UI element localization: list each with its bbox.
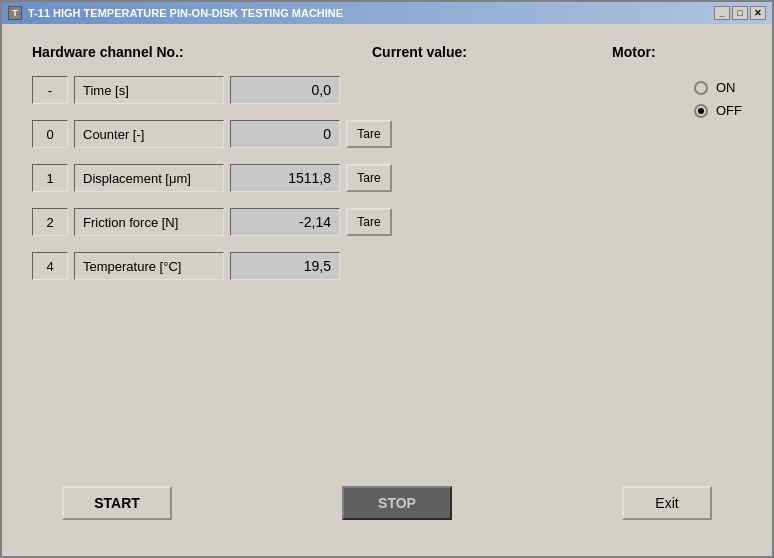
channel-label-temperature: Temperature [°C] xyxy=(74,252,224,280)
motor-header: Motor: xyxy=(612,44,656,60)
channel-value-time: 0,0 xyxy=(230,76,340,104)
channels-column: - Time [s] 0,0 0 Counter [-] xyxy=(32,76,634,296)
motor-off-label: OFF xyxy=(716,103,742,118)
motor-on-label: ON xyxy=(716,80,736,95)
tare-button-displacement[interactable]: Tare xyxy=(346,164,392,192)
channel-number-time: - xyxy=(32,76,68,104)
content-area: Hardware channel No.: Current value: Mot… xyxy=(2,24,772,556)
motor-off-radio[interactable] xyxy=(694,104,708,118)
channel-value-temperature: 19,5 xyxy=(230,252,340,280)
motor-off-row[interactable]: OFF xyxy=(694,103,742,118)
title-bar: T T-11 HIGH TEMPERATURE PIN-ON-DISK TEST… xyxy=(2,2,772,24)
window-title: T-11 HIGH TEMPERATURE PIN-ON-DISK TESTIN… xyxy=(28,7,343,19)
channel-row-displacement: 1 Displacement [μm] 1511,8 Tare xyxy=(32,164,634,192)
close-button[interactable]: ✕ xyxy=(750,6,766,20)
main-content: - Time [s] 0,0 0 Counter [-] xyxy=(32,76,742,296)
tare-button-counter[interactable]: Tare xyxy=(346,120,392,148)
tare-button-friction[interactable]: Tare xyxy=(346,208,392,236)
maximize-button[interactable]: □ xyxy=(732,6,748,20)
motor-control: ON OFF xyxy=(694,80,742,296)
motor-on-radio[interactable] xyxy=(694,81,708,95)
channel-row-friction: 2 Friction force [N] -2,14 Tare xyxy=(32,208,634,236)
exit-button[interactable]: Exit xyxy=(622,486,712,520)
channel-label-displacement: Displacement [μm] xyxy=(74,164,224,192)
channel-number-temperature: 4 xyxy=(32,252,68,280)
channel-label-counter: Counter [-] xyxy=(74,120,224,148)
motor-on-row[interactable]: ON xyxy=(694,80,742,95)
channel-number-friction: 2 xyxy=(32,208,68,236)
channel-row-temperature: 4 Temperature [°C] 19,5 xyxy=(32,252,634,280)
channel-row-time: - Time [s] 0,0 xyxy=(32,76,634,104)
title-controls: _ □ ✕ xyxy=(714,6,766,20)
hardware-channel-header: Hardware channel No.: xyxy=(32,44,372,60)
current-value-header: Current value: xyxy=(372,44,552,60)
channel-value-displacement: 1511,8 xyxy=(230,164,340,192)
main-window: T T-11 HIGH TEMPERATURE PIN-ON-DISK TEST… xyxy=(0,0,774,558)
channel-label-friction: Friction force [N] xyxy=(74,208,224,236)
window-icon: T xyxy=(8,6,22,20)
stop-button[interactable]: STOP xyxy=(342,486,452,520)
channel-value-counter: 0 xyxy=(230,120,340,148)
channel-row-counter: 0 Counter [-] 0 Tare xyxy=(32,120,634,148)
channel-value-friction: -2,14 xyxy=(230,208,340,236)
column-headers: Hardware channel No.: Current value: Mot… xyxy=(32,44,742,60)
minimize-button[interactable]: _ xyxy=(714,6,730,20)
start-button[interactable]: START xyxy=(62,486,172,520)
bottom-buttons: START STOP Exit xyxy=(32,470,742,536)
channel-number-displacement: 1 xyxy=(32,164,68,192)
channel-number-counter: 0 xyxy=(32,120,68,148)
channel-label-time: Time [s] xyxy=(74,76,224,104)
